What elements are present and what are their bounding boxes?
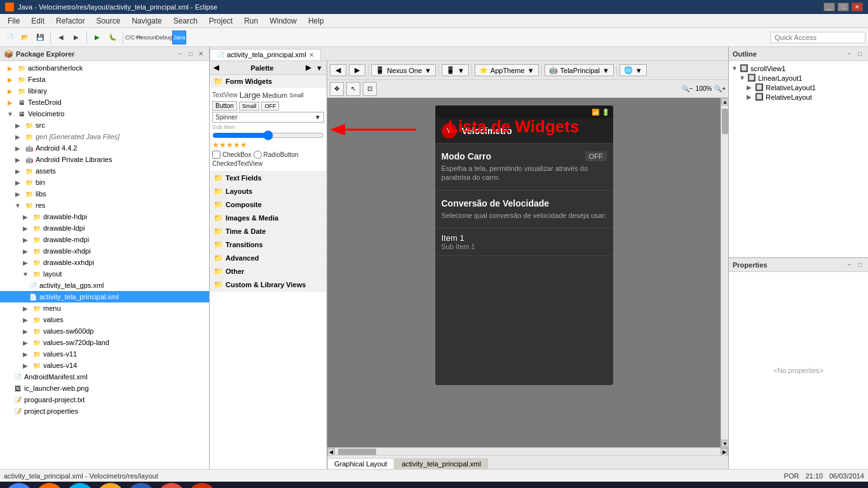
fw-off-btn[interactable]: OFF	[261, 102, 279, 111]
close-button[interactable]: ✕	[851, 3, 863, 11]
taskbar-javaee[interactable]: J	[188, 483, 216, 488]
tree-item-manifest[interactable]: 📄 AndroidManifest.xml	[0, 371, 209, 383]
menu-run[interactable]: Run	[239, 15, 263, 27]
tree-item-gps-xml[interactable]: 📄 activity_tela_gps.xml	[0, 280, 209, 291]
taskbar-word[interactable]: W	[127, 483, 155, 488]
tree-item-android442[interactable]: ▶ 🤖 Android 4.4.2	[0, 142, 209, 154]
tree-item-bin[interactable]: ▶ 📁 bin	[0, 177, 209, 188]
tree-item-proguard[interactable]: 📝 proguard-project.txt	[0, 394, 209, 405]
menu-edit[interactable]: Edit	[26, 15, 50, 27]
fw-seekbar[interactable]	[212, 132, 324, 139]
scroll-up-btn[interactable]: ▲	[721, 98, 728, 105]
toolbar-new[interactable]: 📄	[3, 30, 17, 44]
panel-maximize-btn[interactable]: □	[186, 50, 195, 58]
tree-item-res[interactable]: ▼ 📁 res	[0, 200, 209, 211]
layout-tool-btn[interactable]: ⊡	[363, 82, 377, 96]
minimize-button[interactable]: _	[824, 3, 835, 11]
tree-item-values-sw720dp[interactable]: ▶ 📁 values-sw720dp-land	[0, 337, 209, 348]
panel-minimize-btn[interactable]: −	[176, 50, 185, 58]
tree-item-values-v11[interactable]: ▶ 📁 values-v11	[0, 348, 209, 360]
taskbar-media[interactable]	[158, 483, 186, 488]
layouts-header[interactable]: 📁 Layouts	[210, 185, 327, 198]
properties-collapse-btn[interactable]: −	[845, 261, 854, 269]
taskbar-firefox[interactable]	[36, 483, 64, 488]
move-tool-btn[interactable]: ✥	[330, 82, 344, 96]
tree-item-principal-xml[interactable]: 📄 activity_tela_principal.xml	[0, 291, 209, 302]
toolbar-back[interactable]: ◀	[54, 30, 68, 44]
quick-access-input[interactable]	[770, 32, 865, 43]
images-media-header[interactable]: 📁 Images & Media	[210, 212, 327, 224]
canvas-device-dropdown[interactable]: 📱 Nexus One ▼	[371, 64, 436, 76]
outline-item-scrollview[interactable]: ▼ 🔲 scrollView1	[731, 64, 865, 73]
tree-item-drawable-ldpi[interactable]: ▶ 📁 drawable-ldpi	[0, 222, 209, 234]
menu-file[interactable]: File	[3, 15, 25, 27]
toolbar-forward[interactable]: ▶	[69, 30, 83, 44]
canvas-locale-dropdown[interactable]: 🌐 ▼	[620, 64, 647, 76]
taskbar-files[interactable]	[97, 483, 125, 488]
tree-item-values-sw600dp[interactable]: ▶ 📁 values-sw600dp	[0, 325, 209, 337]
horizontal-scrollbar[interactable]: ◀ ▶	[327, 447, 728, 455]
tree-item-values[interactable]: ▶ 📁 values	[0, 314, 209, 325]
zoom-reset-btn[interactable]: 100%	[696, 85, 712, 92]
menu-navigate[interactable]: Navigate	[126, 15, 166, 27]
outline-item-linearlayout[interactable]: ▼ 🔲 LinearLayout1	[731, 73, 865, 83]
select-tool-btn[interactable]: ↖	[346, 82, 360, 96]
time-date-header[interactable]: 📁 Time & Date	[210, 225, 327, 238]
maximize-button[interactable]: □	[837, 3, 849, 11]
outline-item-relativelayout2[interactable]: ▶ 🔲 RelativeLayout	[731, 92, 865, 102]
other-header[interactable]: 📁 Other	[210, 265, 327, 278]
tree-item-libs[interactable]: ▶ 📁 libs	[0, 188, 209, 200]
toolbar-run[interactable]: ▶	[90, 30, 104, 44]
tree-item-assets[interactable]: ▶ 📁 assets	[0, 165, 209, 177]
tree-item-actionbarsherlock[interactable]: ▶ 📁 actionbarsherlock	[0, 62, 209, 74]
tree-item-values-v14[interactable]: ▶ 📁 values-v14	[0, 360, 209, 371]
toolbar-debug[interactable]: 🐛	[105, 30, 119, 44]
tree-item-gen[interactable]: ▶ 📁 gen [Generated Java Files]	[0, 131, 209, 142]
tree-item-testedroid[interactable]: ▶ 🖥 TesteDroid	[0, 97, 209, 108]
menu-window[interactable]: Window	[264, 15, 302, 27]
tree-item-library[interactable]: ▶ 📁 library	[0, 85, 209, 97]
custom-views-header[interactable]: 📁 Custom & Library Views	[210, 278, 327, 291]
tree-item-velocimetro[interactable]: ▼ 🖥 Velocimetro	[0, 108, 209, 119]
tree-item-drawable-hdpi[interactable]: ▶ 📁 drawable-hdpi	[0, 211, 209, 222]
outline-collapse-btn[interactable]: −	[845, 50, 854, 58]
toolbar-btn-debug[interactable]: Debug	[157, 30, 171, 44]
fw-radio[interactable]	[254, 151, 262, 159]
canvas-activity-dropdown[interactable]: 🤖 TelaPrincipal ▼	[545, 64, 614, 76]
tree-item-festa[interactable]: ▶ 📁 Festa	[0, 74, 209, 85]
tree-item-src[interactable]: ▶ 📁 src	[0, 119, 209, 131]
palette-menu-icon[interactable]: ▼	[316, 64, 323, 72]
tree-item-drawable-xhdpi[interactable]: ▶ 📁 drawable-xhdpi	[0, 245, 209, 257]
tree-item-android-private[interactable]: ▶ 🤖 Android Private Libraries	[0, 154, 209, 165]
panel-close-btn[interactable]: ✕	[196, 50, 205, 58]
advanced-header[interactable]: 📁 Advanced	[210, 252, 327, 264]
canvas-orientation-dropdown[interactable]: 📱 ▼	[442, 64, 469, 76]
transitions-header[interactable]: 📁 Transitions	[210, 238, 327, 251]
menu-project[interactable]: Project	[204, 15, 238, 27]
tab-xml-source[interactable]: activity_tela_principal.xml	[395, 458, 488, 469]
menu-search[interactable]: Search	[168, 15, 203, 27]
vertical-scrollbar[interactable]: ▲ ▼	[721, 98, 728, 447]
menu-refactor[interactable]: Refactor	[51, 15, 90, 27]
canvas-theme-dropdown[interactable]: ⭐ AppTheme ▼	[475, 64, 539, 76]
taskbar-chrome[interactable]	[5, 483, 33, 488]
tree-item-iclauncher[interactable]: 🖼 ic_launcher-web.png	[0, 383, 209, 394]
toolbar-btn-resource[interactable]: Resource	[142, 30, 156, 44]
taskbar-skype[interactable]: S	[66, 483, 94, 488]
editor-tab-principal[interactable]: 📄 activity_tela_principal.xml ✕	[210, 49, 321, 60]
properties-expand-btn[interactable]: □	[855, 261, 864, 269]
text-fields-header[interactable]: 📁 Text Fields	[210, 172, 327, 184]
tree-item-layout[interactable]: ▼ 📁 layout	[0, 268, 209, 280]
zoom-out-btn[interactable]: 🔍−	[682, 85, 693, 92]
fw-checkbox[interactable]	[212, 151, 220, 159]
editor-tab-close[interactable]: ✕	[309, 51, 314, 58]
fw-spinner[interactable]: Spinner ▼	[212, 112, 324, 123]
zoom-in-btn[interactable]: 🔍+	[714, 85, 726, 92]
fw-button[interactable]: Button	[212, 101, 237, 111]
tree-item-drawable-xxhdpi[interactable]: ▶ 📁 drawable-xxhdpi	[0, 257, 209, 268]
canvas-back-btn[interactable]: ◀	[330, 64, 346, 76]
fw-small-btn[interactable]: Small	[239, 102, 260, 111]
outline-expand-btn[interactable]: □	[855, 50, 864, 58]
outline-item-relativelayout1[interactable]: ▶ 🔲 RelativeLayout1	[731, 83, 865, 92]
menu-source[interactable]: Source	[91, 15, 125, 27]
